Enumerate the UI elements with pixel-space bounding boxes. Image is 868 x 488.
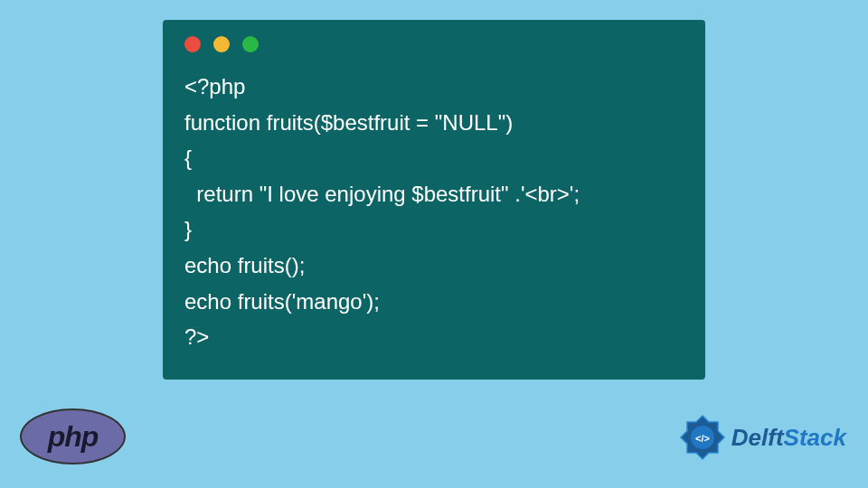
delftstack-text: DelftStack bbox=[731, 424, 846, 452]
php-logo: php bbox=[20, 408, 126, 465]
svg-text:</>: </> bbox=[695, 433, 710, 444]
code-line-2: function fruits($bestfruit = "NULL") bbox=[184, 110, 513, 135]
delftstack-icon: </> bbox=[677, 412, 728, 463]
delftstack-logo: </> DelftStack bbox=[677, 412, 846, 463]
minimize-icon bbox=[213, 36, 230, 52]
window-controls bbox=[184, 36, 684, 52]
code-line-1: <?php bbox=[184, 74, 245, 99]
delft-stack: Stack bbox=[784, 424, 846, 451]
php-logo-ellipse: php bbox=[20, 408, 126, 465]
code-line-4: return "I love enjoying $bestfruit" .'<b… bbox=[184, 182, 580, 206]
code-window: <?php function fruits($bestfruit = "NULL… bbox=[163, 20, 705, 380]
code-line-5: } bbox=[184, 217, 192, 241]
code-line-6: echo fruits(); bbox=[184, 253, 305, 277]
code-line-7: echo fruits('mango'); bbox=[184, 289, 380, 314]
close-icon bbox=[184, 36, 201, 52]
delft-d: D bbox=[731, 424, 749, 451]
code-line-3: { bbox=[184, 145, 192, 170]
code-content: <?php function fruits($bestfruit = "NULL… bbox=[184, 69, 684, 355]
php-logo-text: php bbox=[48, 420, 99, 454]
delft-elft: elft bbox=[749, 424, 784, 451]
maximize-icon bbox=[242, 36, 259, 52]
code-line-8: ?> bbox=[184, 324, 209, 349]
